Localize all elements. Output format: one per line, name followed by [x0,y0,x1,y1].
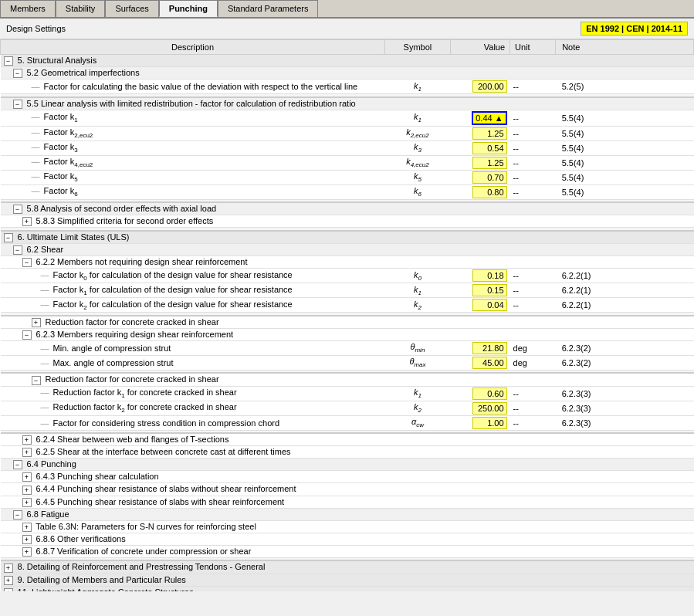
row-value[interactable]: 0.04 [450,298,509,313]
col-header-note: Note [556,40,694,55]
expand-btn[interactable]: + [22,472,32,482]
collapse-btn[interactable]: − [13,100,22,109]
value-display[interactable]: 0.60 [472,388,507,400]
expand-btn[interactable]: + [32,318,41,327]
value-display[interactable]: 200.00 [472,80,507,93]
row-description: Factor for considering stress condition … [53,418,279,428]
row-note [556,215,694,228]
expand-btn[interactable]: + [22,547,32,557]
row-note [556,496,694,508]
row-unit: -- [510,110,556,126]
row-label: − 6.2.3 Members requiring design shear r… [1,328,385,340]
expand-btn[interactable]: + [22,523,32,532]
expand-btn[interactable]: + [22,448,32,457]
collapse-btn[interactable]: − [13,510,22,520]
value-display[interactable]: 0.44 ▲ [472,111,506,125]
row-value[interactable]: 200.00 [450,80,509,94]
row-unit [510,55,556,67]
row-unit [510,483,556,496]
value-display[interactable]: 1.25 [472,157,507,169]
row-value[interactable]: 0.18 [450,269,509,283]
value-display[interactable]: 0.04 [472,299,507,311]
table-row: — Reduction factor k1 for concrete crack… [1,386,694,401]
value-display[interactable]: 0.80 [472,186,507,198]
row-description: Factor k4,ecu2 [44,157,93,166]
row-value[interactable]: 0.80 [450,184,509,199]
value-display[interactable]: 250.00 [472,402,507,415]
row-description: Min. angle of compression strut [53,344,171,353]
expand-btn[interactable]: + [4,576,13,585]
table-row: + 11. Lightweight Aggregate Concrete Str… [1,586,694,591]
row-unit: -- [510,155,556,170]
row-note [556,373,694,386]
collapse-btn[interactable]: − [4,233,13,242]
collapse-btn[interactable]: − [13,245,22,255]
row-value[interactable]: 1.25 [450,126,509,140]
row-value[interactable]: 0.15 [450,283,509,298]
row-value [450,446,509,459]
tab-members[interactable]: Members [0,0,56,17]
row-label: — Factor k6 [1,184,385,199]
table-row: − Reduction factor for concrete cracked … [1,373,694,386]
tab-punching[interactable]: Punching [159,0,218,17]
row-value[interactable]: 250.00 [450,401,509,415]
row-label: − 6.2 Shear [1,244,385,256]
row-value[interactable]: 45.00 [450,355,509,370]
row-value[interactable]: 0.70 [450,170,509,184]
value-display[interactable]: 0.54 [472,142,507,154]
row-value[interactable]: 0.60 [450,386,509,401]
collapse-btn[interactable]: − [13,69,22,78]
collapse-btn[interactable]: − [13,460,22,469]
value-display[interactable]: 0.15 [472,284,507,296]
tab-surfaces[interactable]: Surfaces [105,0,158,17]
row-description: Reduction factor k2 for concrete cracked… [53,402,237,411]
value-display[interactable]: 0.18 [472,269,507,282]
row-symbol: k0 [385,269,451,283]
row-label: — Min. angle of compression strut [1,340,385,355]
row-symbol: k5 [385,170,451,184]
table-row: + 6.4.5 Punching shear resistance of sla… [1,496,694,508]
row-value [450,316,509,329]
section-title: 9. Detailing of Members and Particular R… [18,575,186,584]
row-value [450,483,509,496]
row-unit [510,328,556,340]
collapse-btn[interactable]: − [13,205,22,214]
row-value [450,459,509,471]
value-display[interactable]: 45.00 [472,357,507,369]
tab-standard-parameters[interactable]: Standard Parameters [218,0,319,17]
row-value[interactable]: 0.54 [450,140,509,155]
row-value[interactable]: 0.44 ▲ [450,110,509,126]
expand-btn[interactable]: + [4,588,13,591]
expand-btn[interactable]: + [22,535,32,544]
expand-btn[interactable]: + [22,498,32,507]
row-unit [510,231,556,244]
row-value[interactable]: 1.00 [450,415,509,430]
row-value[interactable]: 21.80 [450,340,509,355]
value-display[interactable]: 0.70 [472,171,507,184]
collapse-btn[interactable]: − [32,376,41,385]
row-unit [510,459,556,471]
expand-btn[interactable]: + [22,217,32,226]
row-unit: -- [510,401,556,415]
row-symbol: k1 [385,283,451,298]
row-value[interactable]: 1.25 [450,155,509,170]
row-description: Factor k1 [44,112,78,121]
expand-btn[interactable]: + [22,435,32,445]
row-label: + 5.8.3 Simplified criteria for second o… [1,215,385,228]
collapse-btn[interactable]: − [22,258,32,267]
tab-stability[interactable]: Stability [56,0,106,17]
value-display[interactable]: 1.00 [472,417,507,429]
row-label: — Factor for considering stress conditio… [1,415,385,430]
value-display[interactable]: 1.25 [472,127,507,140]
collapse-btn[interactable]: − [22,330,32,340]
row-unit [510,433,556,446]
row-unit [510,97,556,110]
row-unit [510,496,556,508]
expand-btn[interactable]: + [22,486,32,495]
expand-btn[interactable]: + [4,564,13,573]
header-bar: Design Settings EN 1992 | CEN | 2014-11 [0,19,694,39]
row-note [556,328,694,340]
value-display[interactable]: 21.80 [472,342,507,354]
section-title: 6.4.5 Punching shear resistance of slabs… [36,497,285,506]
collapse-btn[interactable]: − [4,56,13,66]
